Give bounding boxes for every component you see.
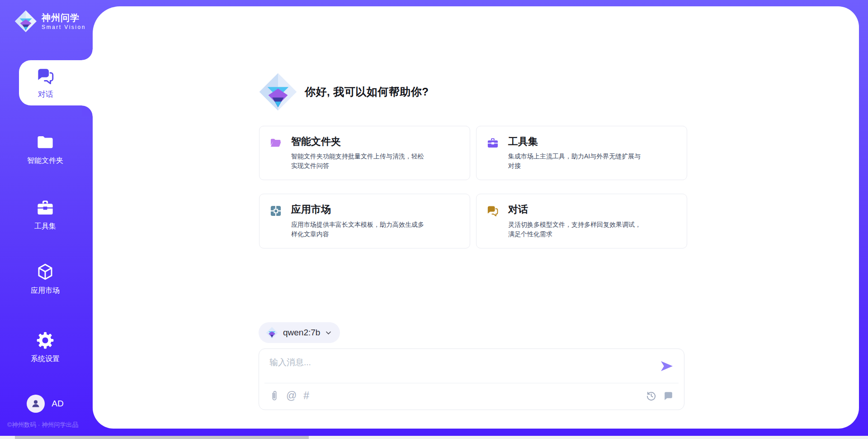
sidebar-item-label: 智能文件夹 <box>27 156 63 166</box>
scrollbar-thumb[interactable] <box>15 436 309 439</box>
sidebar-item-app-market[interactable]: 应用市场 <box>0 262 90 296</box>
user-menu[interactable]: AD <box>0 395 90 413</box>
gear-icon <box>36 331 55 350</box>
card-description: 灵活切换多模型文件，支持多样回复效果调试，满足个性化需求 <box>508 220 645 239</box>
comment-icon[interactable] <box>663 390 674 401</box>
brand-logo: 神州问学 Smart Vision <box>14 10 86 33</box>
greeting-logo-icon <box>259 72 297 111</box>
composer-divider <box>264 383 679 383</box>
brand-diamond-icon <box>266 327 278 339</box>
avatar <box>27 395 45 413</box>
app-window: 神州问学 Smart Vision 对话 智能文件夹 <box>0 0 868 439</box>
card-title: 智能文件夹 <box>291 136 428 148</box>
sidebar-item-chat[interactable]: 对话 <box>19 60 93 105</box>
card-description: 应用市场提供丰富长文本模板，助力高效生成多样化文章内容 <box>291 220 428 239</box>
sidebar-item-label: 系统设置 <box>31 354 60 364</box>
card-title: 对话 <box>508 204 645 215</box>
sidebar-item-smart-folder[interactable]: 智能文件夹 <box>0 133 90 166</box>
sidebar-item-settings[interactable]: 系统设置 <box>0 331 90 364</box>
history-icon[interactable] <box>646 390 657 401</box>
message-input[interactable] <box>259 349 684 381</box>
brand-subtitle: Smart Vision <box>42 24 86 30</box>
composer-toolbar: @ # <box>269 390 674 401</box>
toolbox-icon <box>36 198 55 217</box>
tab-notch-top <box>82 49 93 60</box>
model-selector[interactable]: qwen2:7b <box>259 322 340 343</box>
grid-icon <box>269 205 282 217</box>
chevron-down-icon <box>325 329 332 336</box>
card-description: 集成市场上主流工具，助力AI与外界无缝扩展与对接 <box>508 152 645 171</box>
card-chat[interactable]: 对话 灵活切换多模型文件，支持多样回复效果调试，满足个性化需求 <box>476 194 687 248</box>
feature-cards: 智能文件夹 智能文件夹功能支持批量文件上传与清洗，轻松实现文件问答 工具集 集成… <box>259 126 687 248</box>
card-title: 工具集 <box>508 136 645 148</box>
card-toolset[interactable]: 工具集 集成市场上主流工具，助力AI与外界无缝扩展与对接 <box>476 126 687 180</box>
user-initials: AD <box>52 399 63 409</box>
card-app-market[interactable]: 应用市场 应用市场提供丰富长文本模板，助力高效生成多样化文章内容 <box>259 194 470 248</box>
horizontal-scrollbar <box>0 436 868 439</box>
hash-icon[interactable]: # <box>303 391 309 401</box>
sidebar-item-label: 应用市场 <box>31 286 60 296</box>
copyright-footer: ©神州数码 · 神州问学出品 <box>7 421 78 429</box>
folder-icon <box>36 133 55 152</box>
brand-diamond-icon <box>14 10 37 33</box>
card-smart-folder[interactable]: 智能文件夹 智能文件夹功能支持批量文件上传与清洗，轻松实现文件问答 <box>259 126 470 180</box>
at-icon[interactable]: @ <box>286 391 297 401</box>
card-description: 智能文件夹功能支持批量文件上传与清洗，轻松实现文件问答 <box>291 152 428 171</box>
model-name: qwen2:7b <box>283 328 320 338</box>
message-composer: @ # <box>259 348 684 410</box>
toolbox-icon <box>486 137 499 149</box>
card-title: 应用市场 <box>291 204 428 215</box>
sidebar-item-label: 对话 <box>38 89 53 100</box>
brand-name: 神州问学 <box>42 13 86 23</box>
cube-icon <box>36 262 55 282</box>
greeting: 你好, 我可以如何帮助你? <box>259 72 429 111</box>
chat-icon <box>486 205 499 217</box>
composer-right-tools <box>646 390 674 401</box>
chat-icon <box>36 67 55 86</box>
paperclip-icon[interactable] <box>269 390 279 401</box>
sidebar-item-label: 工具集 <box>34 222 56 231</box>
tab-notch-bottom <box>82 105 93 116</box>
folder-open-icon <box>269 137 282 149</box>
greeting-text: 你好, 我可以如何帮助你? <box>305 85 429 99</box>
sidebar-item-toolset[interactable]: 工具集 <box>0 198 90 231</box>
